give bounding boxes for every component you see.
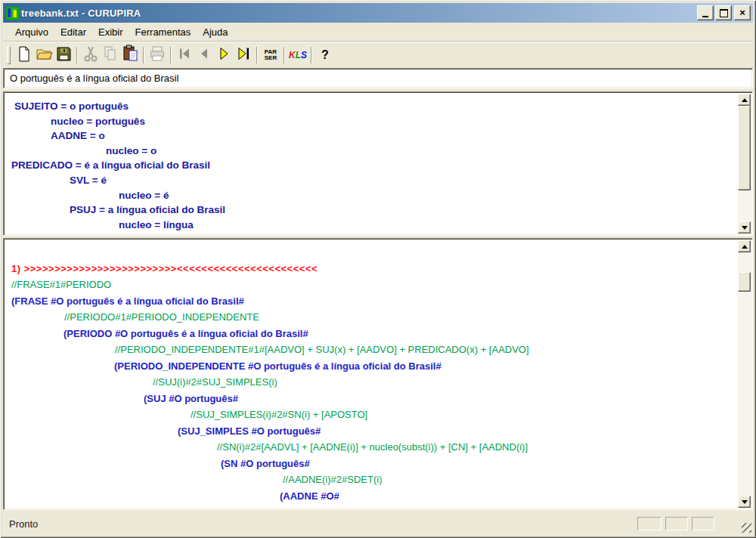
kls-button[interactable]: KLS [288, 45, 308, 64]
parse-output-line: (PERIODO #O português é a língua oficial… [5, 326, 737, 342]
parse-output-pane[interactable]: 1) >>>>>>>>>>>>>>>>>>>>>>>>><<<<<<<<<<<<… [3, 238, 753, 510]
parse-output-line: (FRASE #O português é a língua oficial d… [5, 293, 737, 310]
nav-next-icon [216, 46, 231, 64]
parse-output-line: (SUJ_SIMPLES #O português# [5, 423, 737, 440]
save-icon [55, 45, 72, 65]
parse-output-line: //PERIODO_INDEPENDENTE#1#[AADVO] + SUJ(x… [5, 342, 737, 358]
status-bar: Pronto [3, 513, 753, 535]
analysis-pane[interactable]: SUJEITO = o portuguêsnucleo = portuguêsA… [3, 91, 753, 236]
arrow-down-icon [742, 226, 748, 230]
parse-output-line: //SDET(i)#1#[<todo>] + nucleo(art(i)) [5, 504, 737, 508]
nav-last-button[interactable] [234, 45, 253, 64]
toolbar-separator [284, 47, 285, 63]
parse-output-line: 1) >>>>>>>>>>>>>>>>>>>>>>>>><<<<<<<<<<<<… [5, 261, 737, 277]
toolbar: PARSERKLS? [3, 43, 753, 66]
maximize-icon [720, 9, 728, 17]
open-folder-icon [36, 45, 53, 65]
close-button[interactable]: × [734, 5, 751, 20]
output-scrollbar[interactable] [738, 240, 751, 508]
sentence-input[interactable]: O português é a língua oficial do Brasil [3, 68, 753, 88]
cut-button [81, 45, 101, 64]
scroll-down-button[interactable] [738, 496, 751, 508]
parser-button[interactable]: PARSER [261, 45, 280, 64]
analysis-line: nucleo = português [5, 114, 737, 129]
parse-output-line: (SUJ #O português# [5, 391, 737, 407]
menu-item-exibir[interactable]: Exibir [92, 25, 129, 39]
app-window: treebank.txt - CURUPIRA × ArquivoEditarE… [0, 0, 756, 538]
nav-first-icon [177, 46, 192, 64]
paste-button[interactable] [120, 45, 140, 64]
parse-output-line [5, 244, 737, 261]
help-button[interactable]: ? [315, 45, 335, 64]
parse-output-line: //PERIODO#1#PERIODO_INDEPENDENTE [5, 309, 737, 326]
scrollbar-thumb[interactable] [738, 106, 751, 190]
analysis-line: AADNE = o [5, 128, 737, 144]
toolbar-separator [256, 47, 258, 63]
arrow-up-icon [742, 98, 748, 102]
menu-item-arquivo[interactable]: Arquivo [9, 25, 54, 39]
analysis-line: PSUJ = a língua oficial do Brasil [5, 203, 737, 218]
parse-output-line: (PERIODO_INDEPENDENTE #O português é a l… [5, 358, 737, 375]
status-panel [637, 517, 662, 530]
scroll-up-button[interactable] [738, 240, 751, 252]
analysis-line: SUJEITO = o português [5, 99, 737, 114]
toolbar-grip[interactable] [7, 46, 11, 64]
status-text: Pronto [9, 518, 38, 530]
analysis-line: nucleo = é [5, 188, 737, 203]
app-icon [6, 7, 19, 20]
kls-icon: KLS [289, 50, 307, 60]
analysis-scrollbar[interactable] [738, 94, 751, 233]
scrollbar-thumb[interactable] [738, 272, 751, 292]
nav-previous-icon [197, 46, 212, 64]
nav-first-button [175, 45, 194, 64]
menu-separator [3, 41, 753, 42]
menu-item-editar[interactable]: Editar [54, 25, 92, 39]
parse-output-line: //SN(i)#2#[AADVL] + [AADNE(i)] + nucleo(… [5, 439, 737, 456]
analysis-text: SUJEITO = o portuguêsnucleo = portuguêsA… [5, 94, 737, 233]
window-title: treebank.txt - CURUPIRA [21, 8, 696, 19]
parser-icon: PARSER [265, 49, 277, 61]
parse-output-line: //SUJ_SIMPLES(i)#2#SN(i) + [APOSTO] [5, 407, 737, 423]
print-button [147, 45, 167, 64]
help-icon: ? [321, 48, 329, 62]
menu-item-ajuda[interactable]: Ajuda [197, 25, 234, 39]
nav-last-icon [236, 46, 251, 64]
copy-icon [102, 45, 119, 65]
scroll-up-button[interactable] [738, 94, 751, 106]
maximize-button[interactable] [715, 5, 732, 20]
analysis-line: nucleo = o [5, 144, 737, 159]
minimize-icon [702, 16, 708, 17]
arrow-up-icon [742, 245, 748, 249]
paste-icon [122, 45, 138, 65]
parse-output-line: (AADNE #O# [5, 488, 737, 505]
resize-grip[interactable] [742, 523, 751, 533]
new-document-icon [16, 45, 33, 65]
menu-bar: ArquivoEditarExibirFerramentasAjuda [3, 24, 753, 40]
status-panel [692, 517, 714, 530]
print-icon [149, 45, 166, 65]
cut-icon [83, 45, 98, 65]
parse-output-line: //FRASE#1#PERIODO [5, 277, 737, 293]
toolbar-separator [143, 47, 144, 63]
nav-next-button[interactable] [214, 45, 234, 64]
minimize-button[interactable] [697, 5, 714, 20]
status-panel [665, 517, 688, 530]
save-button[interactable] [54, 45, 73, 64]
arrow-down-icon [742, 500, 748, 504]
menu-item-ferramentas[interactable]: Ferramentas [129, 25, 197, 39]
parse-output-line: //SUJ(i)#2#SUJ_SIMPLES(i) [5, 374, 737, 391]
close-icon: × [739, 9, 745, 17]
analysis-line: nucleo = língua [5, 218, 737, 233]
toolbar-separator [311, 47, 312, 63]
scroll-down-button[interactable] [738, 221, 751, 233]
open-folder-button[interactable] [34, 45, 54, 64]
parse-output-line: (SN #O português# [5, 456, 737, 472]
new-document-button[interactable] [14, 45, 34, 64]
copy-button [101, 45, 120, 64]
analysis-line: PREDICADO = é a língua oficial do Brasil [5, 158, 737, 173]
parse-output-line: //AADNE(i)#2#SDET(i) [5, 472, 737, 488]
nav-previous-button [194, 45, 214, 64]
toolbar-separator [170, 47, 172, 63]
parse-output-text: 1) >>>>>>>>>>>>>>>>>>>>>>>>><<<<<<<<<<<<… [5, 240, 737, 508]
title-bar[interactable]: treebank.txt - CURUPIRA × [3, 3, 753, 23]
